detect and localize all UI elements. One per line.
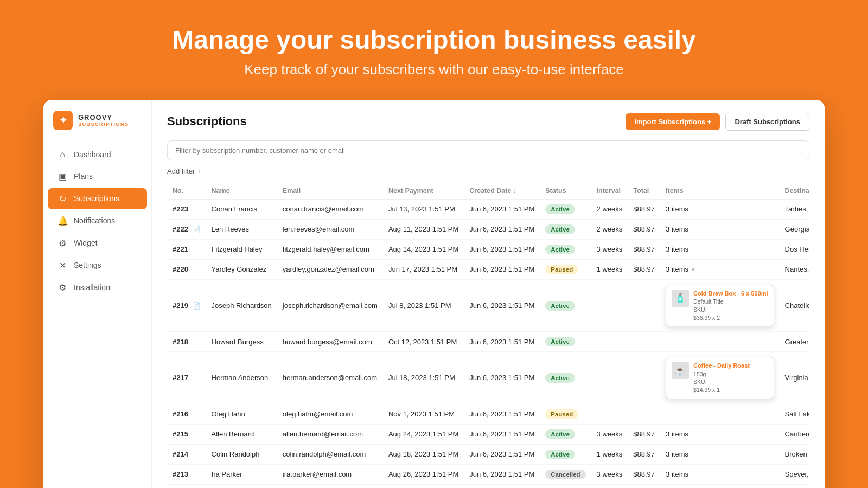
interval-cell: 1 weeks bbox=[591, 259, 628, 279]
item-thumb-icon: ☕ bbox=[672, 362, 689, 379]
total-cell: $88.97 bbox=[628, 484, 660, 488]
add-filter-button[interactable]: Add filter + bbox=[167, 165, 201, 177]
destination-cell: Georgia, VN bbox=[780, 219, 809, 239]
interval-cell bbox=[591, 404, 628, 424]
customer-name: Herman Anderson bbox=[206, 352, 277, 404]
status-badge: Active bbox=[545, 301, 575, 311]
table-row[interactable]: #216 Oleg Hahn oleg.hahn@email.com Nov 1… bbox=[167, 404, 809, 424]
status-badge: Active bbox=[545, 224, 575, 234]
sidebar-item-notifications[interactable]: 🔔 Notifications bbox=[48, 210, 147, 232]
sidebar-item-widget[interactable]: ⚙ Widget bbox=[48, 233, 147, 254]
content-header: Subscriptions Import Subscriptions + Dra… bbox=[167, 113, 809, 131]
item-sku: SKU: bbox=[693, 378, 750, 386]
search-input[interactable] bbox=[167, 140, 809, 160]
next-payment: Aug 26, 2023 1:51 PM bbox=[383, 464, 464, 484]
col-created-date[interactable]: Created Date ↓ bbox=[464, 183, 540, 200]
table-row[interactable]: #219 📄 Joseph Richardson joseph.richards… bbox=[167, 279, 809, 331]
import-subscriptions-button[interactable]: Import Subscriptions + bbox=[626, 113, 720, 130]
table-row[interactable]: #218 Howard Burgess howard.burgess@email… bbox=[167, 332, 809, 352]
total-cell: $88.97 bbox=[628, 239, 660, 259]
sidebar-label-plans: Plans bbox=[74, 172, 93, 181]
status-cell: Active bbox=[540, 484, 591, 488]
table-row[interactable]: #223 Conan Francis conan.francis@email.c… bbox=[167, 199, 809, 219]
header-actions: Import Subscriptions + Draft Subscriptio… bbox=[626, 113, 809, 131]
app-window: ✦ GROOVY SUBSCRIPTIONS ⌂ Dashboard ▣ Pla… bbox=[43, 100, 825, 488]
total-cell bbox=[628, 279, 660, 331]
installation-icon: ⚙ bbox=[58, 282, 67, 293]
interval-cell: 3 weeks bbox=[591, 424, 628, 444]
table-row[interactable]: #215 Allen Bernard allen.bernard@email.c… bbox=[167, 424, 809, 444]
customer-name: Howard Burgess bbox=[206, 332, 277, 352]
customer-name: Len Reeves bbox=[206, 219, 277, 239]
sidebar-item-subscriptions[interactable]: ↻ Subscriptions bbox=[48, 188, 147, 209]
item-thumb-icon: 🧴 bbox=[672, 290, 689, 307]
total-cell: $88.97 bbox=[628, 199, 660, 219]
status-badge: Active bbox=[545, 373, 575, 383]
subscription-no: #219 📄 bbox=[167, 279, 206, 331]
page-title: Subscriptions bbox=[167, 114, 247, 129]
table-row[interactable]: #222 📄 Len Reeves len.reeves@email.com A… bbox=[167, 219, 809, 239]
draft-subscriptions-button[interactable]: Draft Subscriptions bbox=[725, 113, 809, 131]
item-name: Coffee - Daily Roast bbox=[693, 362, 750, 370]
subscription-no: #215 bbox=[167, 424, 206, 444]
items-dropdown-icon[interactable]: ▾ bbox=[692, 266, 695, 273]
subscriptions-table-wrap: No. Name Email Next Payment Created Date… bbox=[167, 183, 809, 488]
main-content: Subscriptions Import Subscriptions + Dra… bbox=[152, 100, 825, 488]
interval-cell bbox=[591, 352, 628, 404]
destination-cell: Dos Hermanas, VE bbox=[780, 239, 809, 259]
customer-email: colin.randolph@email.com bbox=[277, 444, 383, 464]
created-date: Jun 6, 2023 1:51 PM bbox=[464, 404, 540, 424]
status-badge: Paused bbox=[545, 265, 578, 274]
table-row[interactable]: #213 Ira Parker ira.parker@email.com Aug… bbox=[167, 464, 809, 484]
table-row[interactable]: #217 Herman Anderson herman.anderson@ema… bbox=[167, 352, 809, 404]
interval-cell: 1 weeks bbox=[591, 484, 628, 488]
customer-name: Conan Francis bbox=[206, 199, 277, 219]
table-row[interactable]: #221 Fitzgerald Haley fitzgerald.haley@e… bbox=[167, 239, 809, 259]
interval-cell: 2 weeks bbox=[591, 219, 628, 239]
destination-cell: Speyer, KH bbox=[780, 464, 809, 484]
status-badge: Active bbox=[545, 429, 575, 439]
interval-cell bbox=[591, 332, 628, 352]
created-date: Jun 6, 2023 1:51 PM bbox=[464, 199, 540, 219]
sidebar-label-widget: Widget bbox=[74, 239, 98, 247]
sidebar-label-installation: Installation bbox=[74, 283, 110, 292]
total-cell: $88.97 bbox=[628, 464, 660, 484]
sidebar-item-settings[interactable]: ✕ Settings bbox=[48, 255, 147, 276]
created-date: Jun 6, 2023 1:51 PM bbox=[464, 484, 540, 488]
status-cell: Active bbox=[540, 279, 591, 331]
created-date: Jun 6, 2023 1:51 PM bbox=[464, 352, 540, 404]
hero-section: Manage your subscription business easily… bbox=[0, 0, 868, 100]
destination-cell: Chatellerault, NU bbox=[780, 279, 809, 331]
widget-icon: ⚙ bbox=[58, 238, 67, 248]
sidebar: ✦ GROOVY SUBSCRIPTIONS ⌂ Dashboard ▣ Pla… bbox=[43, 100, 152, 488]
item-price: $36.99 x 2 bbox=[693, 314, 768, 322]
logo-sub: SUBSCRIPTIONS bbox=[78, 121, 129, 127]
table-header-row: No. Name Email Next Payment Created Date… bbox=[167, 183, 809, 200]
table-row[interactable]: #212 Yardley Mason yardley.mason@email.c… bbox=[167, 484, 809, 488]
table-row[interactable]: #220 Yardley Gonzalez yardley.gonzalez@e… bbox=[167, 259, 809, 279]
created-date: Jun 6, 2023 1:51 PM bbox=[464, 239, 540, 259]
item-variant: Default Title bbox=[693, 298, 768, 306]
sidebar-item-plans[interactable]: ▣ Plans bbox=[48, 166, 147, 187]
next-payment: Aug 18, 2023 1:51 PM bbox=[383, 444, 464, 464]
sidebar-item-dashboard[interactable]: ⌂ Dashboard bbox=[48, 144, 147, 165]
created-date: Jun 6, 2023 1:51 PM bbox=[464, 259, 540, 279]
col-status: Status bbox=[540, 183, 591, 200]
status-badge: Active bbox=[545, 245, 575, 254]
subscription-no: #223 bbox=[167, 199, 206, 219]
status-badge: Active bbox=[545, 450, 575, 459]
items-cell: 3 items bbox=[660, 199, 780, 219]
next-payment: Aug 24, 2023 1:51 PM bbox=[383, 424, 464, 444]
sidebar-item-installation[interactable]: ⚙ Installation bbox=[48, 277, 147, 298]
status-cell: Active bbox=[540, 444, 591, 464]
created-date: Jun 6, 2023 1:51 PM bbox=[464, 332, 540, 352]
table-row[interactable]: #214 Colin Randolph colin.randolph@email… bbox=[167, 444, 809, 464]
sidebar-label-subscriptions: Subscriptions bbox=[74, 194, 119, 203]
next-payment: Oct 12, 2023 1:51 PM bbox=[383, 332, 464, 352]
items-cell: 3 items bbox=[660, 239, 780, 259]
status-badge: Active bbox=[545, 204, 575, 214]
customer-email: yardley.mason@email.com bbox=[277, 484, 383, 488]
destination-cell: Nantes, PY bbox=[780, 259, 809, 279]
customer-name: Yardley Gonzalez bbox=[206, 259, 277, 279]
items-cell: 3 items bbox=[660, 424, 780, 444]
